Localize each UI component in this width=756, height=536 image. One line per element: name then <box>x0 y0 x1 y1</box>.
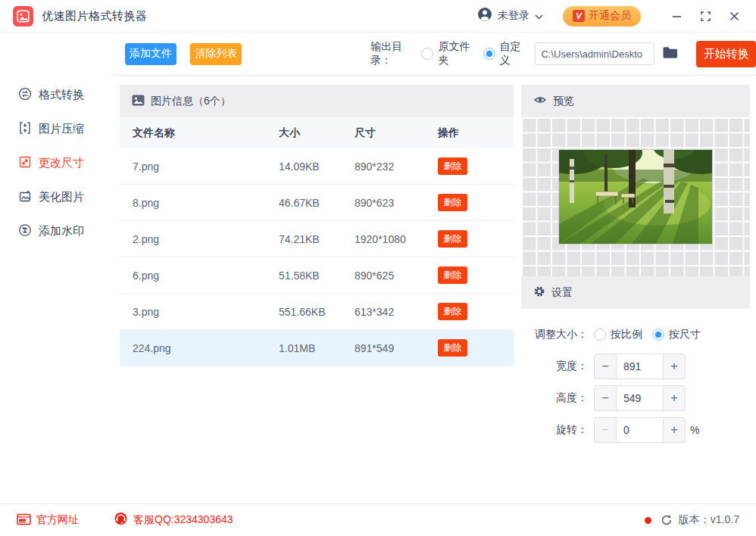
file-dims: 613*342 <box>355 306 438 318</box>
toolbar: 添加文件 清除列表 输出目录： 原文件夹 自定义 开始转换 <box>114 33 756 76</box>
vip-badge-icon: V <box>573 10 585 22</box>
table-row[interactable]: 6.png 51.58KB 890*625 删除 <box>120 257 514 294</box>
resize-icon <box>18 155 32 171</box>
col-header-action: 操作 <box>438 126 514 140</box>
vip-label: 开通会员 <box>589 9 631 23</box>
sidebar-item-resize[interactable]: 更改尺寸 <box>0 146 114 180</box>
col-header-dims: 尺寸 <box>355 126 438 140</box>
table-row[interactable]: 7.png 14.09KB 890*232 删除 <box>120 148 514 185</box>
svg-text:.com: .com <box>20 519 26 522</box>
delete-button[interactable]: 删除 <box>438 230 467 248</box>
gear-icon <box>533 285 545 300</box>
file-info-panel: 图片信息（6个） 文件名称 大小 尺寸 操作 7.png 14.09KB 890… <box>120 85 514 503</box>
login-status: 未登录 <box>498 9 530 23</box>
file-size: 1.01MB <box>279 342 355 354</box>
rotate-decrease-button[interactable]: − <box>594 417 616 443</box>
delete-button[interactable]: 删除 <box>438 194 467 211</box>
file-size: 14.09KB <box>279 160 355 173</box>
app-logo-icon <box>13 6 33 26</box>
image-info-icon <box>132 95 145 108</box>
sidebar-item-format-convert[interactable]: 格式转换 <box>0 78 114 112</box>
file-dims: 890*232 <box>355 160 438 173</box>
height-label: 高度： <box>521 391 588 405</box>
close-button[interactable] <box>723 5 745 27</box>
rotate-stepper: − + <box>594 417 686 443</box>
delete-button[interactable]: 删除 <box>438 339 467 357</box>
delete-button[interactable]: 删除 <box>438 303 467 320</box>
width-input[interactable] <box>616 354 664 379</box>
rotate-unit: % <box>690 424 699 436</box>
radio-by-ratio-label: 按比例 <box>611 328 642 341</box>
radio-custom-label: 自定义 <box>500 40 526 67</box>
table-row[interactable]: 8.png 46.67KB 890*623 删除 <box>120 185 514 221</box>
radio-circle-checked-icon <box>483 48 495 60</box>
preview-title: 预览 <box>553 95 574 108</box>
width-increase-button[interactable]: + <box>664 354 686 379</box>
file-name: 2.png <box>120 233 279 245</box>
official-website-link[interactable]: .com 官方网址 <box>17 513 79 528</box>
main-area: 格式转换 图片压缩 更改尺寸 美化图片 添加水印 添加文件 <box>0 33 756 503</box>
height-decrease-button[interactable]: − <box>594 385 616 411</box>
height-row: 高度： − + <box>521 385 739 411</box>
minimize-button[interactable] <box>665 5 688 27</box>
radio-by-ratio[interactable]: 按比例 <box>594 328 642 341</box>
sidebar-item-label: 美化图片 <box>39 190 84 204</box>
watermark-icon <box>18 223 32 239</box>
app-title: 优速图片格式转换器 <box>42 9 148 23</box>
add-files-button[interactable]: 添加文件 <box>125 43 177 65</box>
resize-label: 调整大小： <box>521 328 588 341</box>
browse-folder-button[interactable] <box>661 45 679 63</box>
app-window: 优速图片格式转换器 未登录 V 开通会员 <box>0 0 756 536</box>
delete-button[interactable]: 删除 <box>438 157 467 175</box>
file-size: 551.66KB <box>279 306 355 318</box>
website-icon: .com <box>17 513 31 528</box>
width-label: 宽度： <box>521 360 588 373</box>
sidebar-item-beautify[interactable]: 美化图片 <box>0 180 114 214</box>
radio-original-folder-label: 原文件夹 <box>438 40 473 67</box>
file-size: 46.67KB <box>279 197 355 209</box>
check-update-button[interactable] <box>661 514 673 526</box>
radio-by-size[interactable]: 按尺寸 <box>652 328 701 341</box>
settings-header: 设置 <box>521 276 750 309</box>
height-increase-button[interactable]: + <box>664 385 686 411</box>
sidebar-item-watermark[interactable]: 添加水印 <box>0 214 114 248</box>
file-dims: 1920*1080 <box>355 233 438 245</box>
sidebar: 格式转换 图片压缩 更改尺寸 美化图片 添加水印 <box>0 33 114 503</box>
sidebar-item-compress[interactable]: 图片压缩 <box>0 112 114 146</box>
output-path-input[interactable] <box>535 42 654 65</box>
table-row[interactable]: 3.png 551.66KB 613*342 删除 <box>120 294 514 330</box>
radio-by-size-label: 按尺寸 <box>669 328 701 341</box>
rotate-input[interactable] <box>616 417 664 443</box>
table-row-selected[interactable]: 224.png 1.01MB 891*549 删除 <box>120 330 514 366</box>
version-label: 版本：v1.0.7 <box>679 513 739 527</box>
rotate-increase-button[interactable]: + <box>664 417 686 443</box>
open-vip-button[interactable]: V 开通会员 <box>563 6 641 26</box>
maximize-button[interactable] <box>694 5 717 27</box>
sidebar-item-label: 添加水印 <box>39 224 84 238</box>
width-decrease-button[interactable]: − <box>594 354 616 379</box>
settings-body: 调整大小： 按比例 按尺寸 宽度： <box>521 309 750 443</box>
radio-custom-folder[interactable]: 自定义 <box>483 40 526 67</box>
col-header-name: 文件名称 <box>120 126 279 140</box>
support-qq-link[interactable]: 客服QQ:3234303643 <box>114 512 233 528</box>
headset-icon <box>114 512 128 528</box>
delete-button[interactable]: 删除 <box>438 266 467 284</box>
login-menu[interactable]: 未登录 <box>477 7 543 25</box>
output-dir-label: 输出目录： <box>370 40 417 67</box>
table-row[interactable]: 2.png 74.21KB 1920*1080 删除 <box>120 221 514 257</box>
titlebar: 优速图片格式转换器 未登录 V 开通会员 <box>0 0 756 33</box>
start-convert-button[interactable]: 开始转换 <box>696 41 756 67</box>
width-row: 宽度： − + <box>521 354 739 379</box>
file-name: 224.png <box>120 342 279 354</box>
sidebar-item-label: 格式转换 <box>39 88 84 102</box>
file-dims: 891*549 <box>355 342 438 354</box>
clear-list-button[interactable]: 清除列表 <box>190 43 242 65</box>
file-name: 3.png <box>120 306 279 318</box>
radio-original-folder[interactable]: 原文件夹 <box>421 40 473 67</box>
height-stepper: − + <box>594 385 686 411</box>
resize-mode-row: 调整大小： 按比例 按尺寸 <box>521 322 739 347</box>
width-stepper: − + <box>594 354 686 379</box>
file-size: 74.21KB <box>279 233 355 245</box>
height-input[interactable] <box>616 385 664 411</box>
status-dot-icon <box>645 517 651 524</box>
